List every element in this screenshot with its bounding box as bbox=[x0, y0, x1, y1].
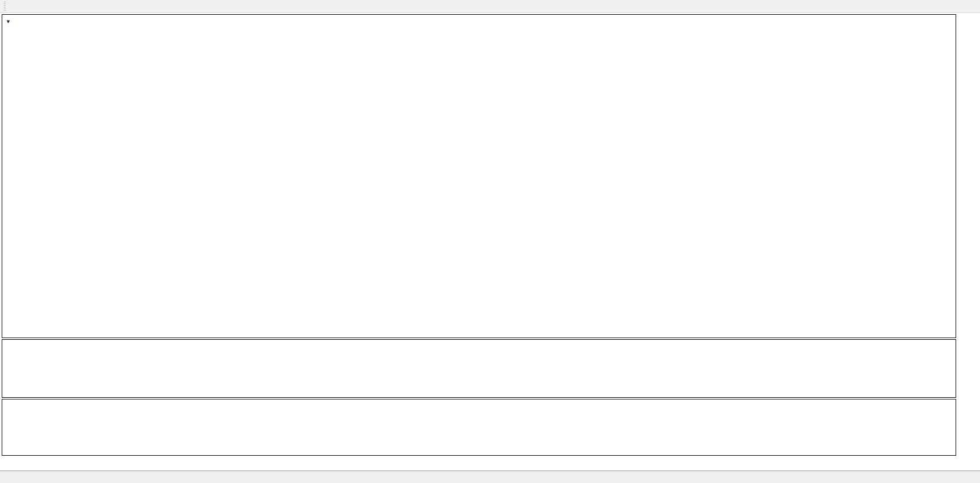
rsi-canvas bbox=[2, 340, 956, 397]
date-axis[interactable] bbox=[2, 456, 956, 469]
chevron-down-icon[interactable]: ▼ bbox=[6, 19, 11, 24]
rsi-indicator-panel[interactable] bbox=[2, 339, 956, 398]
chart-title: ▼ bbox=[6, 17, 17, 25]
chart-tab-bar bbox=[0, 470, 980, 483]
top-toolbar bbox=[0, 0, 980, 13]
macd-canvas bbox=[2, 399, 956, 455]
price-axis[interactable] bbox=[957, 0, 980, 483]
main-price-chart[interactable]: ▼ bbox=[2, 14, 956, 338]
price-chart-canvas[interactable] bbox=[2, 15, 956, 338]
macd-indicator-panel[interactable] bbox=[2, 399, 956, 456]
toolbar-separator bbox=[4, 2, 6, 11]
